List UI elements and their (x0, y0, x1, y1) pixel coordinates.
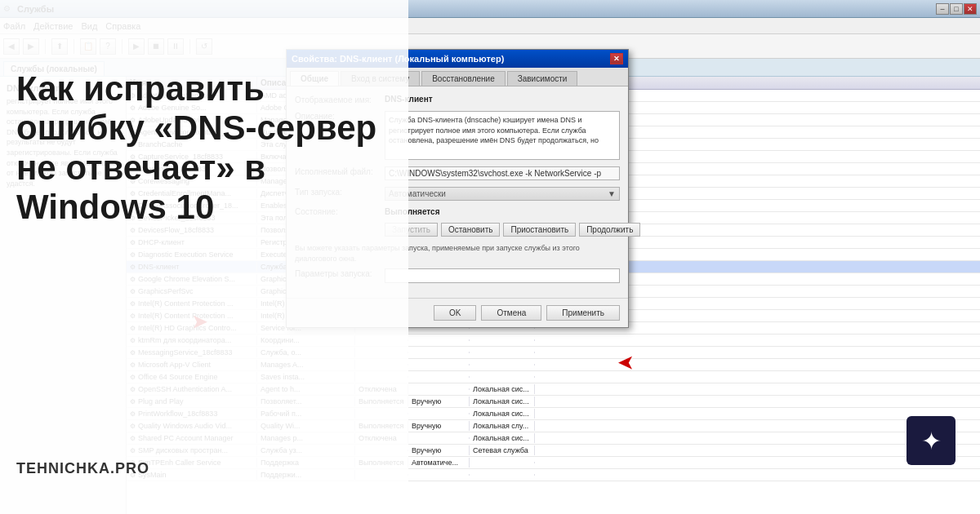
play-button[interactable]: ▶ (128, 38, 145, 55)
params-input[interactable] (385, 268, 620, 283)
star-icon: ✦ (906, 416, 956, 465)
stop-button[interactable]: Остановить (441, 223, 501, 237)
toolbar-separator-1 (45, 39, 46, 54)
apply-button[interactable]: Применить (546, 305, 620, 321)
startup-type-field: Тип запуска: Автоматически ▼ (295, 187, 620, 201)
pause-button[interactable]: Приостановить (503, 223, 576, 237)
params-field: Параметры запуска: (295, 268, 620, 283)
menu-action[interactable]: Действие (33, 21, 73, 31)
window-controls: – □ ✕ (936, 3, 977, 15)
service-status: Выполняется (355, 397, 408, 406)
table-row[interactable]: ⚙SysMainПоддержи... (127, 469, 980, 481)
service-desc: Служба, о... (257, 348, 355, 357)
table-row[interactable]: ⚙SynTPEnh Caller ServiceПоддержкаВыполня… (127, 457, 980, 469)
pause-button[interactable]: ⏸ (167, 38, 184, 55)
menu-view[interactable]: Вид (81, 21, 97, 31)
service-login (470, 462, 535, 463)
back-button[interactable]: ◀ (3, 38, 20, 55)
service-status (355, 376, 408, 378)
service-name: ⚙SynTPEnh Caller Service (127, 458, 257, 467)
status-value: Выполняется (385, 207, 439, 216)
table-row[interactable]: ⚙Plug and PlayПозволяет...ВыполняетсяВру… (127, 396, 980, 408)
table-row[interactable]: ⚙PrintWorkflow_18cf8833Рабочий п...Локал… (127, 408, 980, 420)
service-name: ⚙CaptureService_18cf8833 (127, 152, 257, 162)
service-status (355, 339, 408, 341)
service-desc: Позволяет... (257, 397, 355, 406)
service-login: Локальная сис... (470, 409, 535, 419)
cancel-button[interactable]: Отмена (481, 305, 541, 321)
table-row[interactable]: ⚙ktmRm для координатора...Координи... (127, 335, 980, 347)
table-row[interactable]: ⚙Shared PC Account ManagerManages p...От… (127, 432, 980, 445)
executable-field: Исполняемый файл: C:\WINDOWS\system32\sv… (295, 166, 620, 180)
dialog-tab-dependencies[interactable]: Зависимости (507, 71, 578, 86)
dialog-close-button[interactable]: ✕ (610, 53, 623, 64)
table-row[interactable]: ⚙Quality Windows Audio Vid...Quality Wi.… (127, 420, 980, 432)
service-startup: Вручную (408, 397, 470, 406)
service-name: ⚙DHCP-клиент (127, 237, 257, 247)
service-name: ⚙BranchCache (127, 140, 257, 149)
resume-button[interactable]: Продолжить (579, 223, 640, 237)
service-login: Локальная сис... (470, 433, 535, 443)
service-status: Отключена (355, 433, 408, 443)
service-name: ⚙DevicesFlow_18cf8833 (127, 225, 257, 235)
service-startup: Вручную (408, 421, 470, 431)
table-row[interactable]: ⚙Microsoft App-V ClientManages A... (127, 359, 980, 371)
dialog-tab-recovery[interactable]: Восстановление (421, 71, 506, 86)
status-label: Состояние: (295, 207, 385, 216)
dialog-tab-login[interactable]: Вход в систему (341, 71, 420, 86)
app-icon: ⚙ (3, 4, 11, 13)
refresh-button[interactable]: ↺ (196, 38, 212, 55)
service-name: ⚙Intel(R) Content Protection ... (127, 311, 257, 321)
service-name: ⚙AdaptiveSleepService (127, 91, 257, 100)
service-desc: Координи... (257, 335, 355, 345)
dialog-tab-general[interactable]: Общие (290, 71, 339, 86)
service-name: ⚙Google Chrome Elevation S... (127, 274, 257, 284)
menu-help[interactable]: Справка (105, 21, 140, 31)
service-desc: Agent to h... (257, 384, 355, 394)
menu-file[interactable]: Файл (3, 21, 25, 31)
up-button[interactable]: ⬆ (51, 38, 68, 55)
service-login: Локальная сис... (470, 384, 535, 394)
service-name: ⚙Adobe Genuine So... (127, 103, 257, 113)
properties-dialog: Свойства: DNS-клиент (Локальный компьюте… (286, 49, 629, 328)
startup-type-label: Тип запуска: (295, 187, 385, 197)
table-row[interactable]: ⚙SMP дисковых простран...Служба уз...Вру… (127, 445, 980, 457)
service-desc: Поддержи... (257, 470, 355, 480)
maximize-button[interactable]: □ (950, 3, 963, 15)
service-status (355, 413, 408, 414)
service-desc: Служба уз... (257, 445, 355, 455)
start-button[interactable]: Запустить (385, 223, 438, 237)
toolbar-separator-4 (189, 39, 190, 54)
table-row[interactable]: ⚙Office 64 Source EngineSaves insta... (127, 371, 980, 383)
service-status: Выполняется (355, 458, 408, 467)
service-name: ⚙Quality Windows Audio Vid... (127, 421, 257, 431)
toolbar-separator-2 (74, 39, 74, 54)
table-row[interactable]: ⚙MessagingService_18cf8833Служба, о... (127, 347, 980, 359)
col-header-name: Имя (127, 77, 257, 89)
help-button[interactable]: ? (100, 38, 116, 55)
service-login: Сетевая служба (470, 445, 535, 455)
service-startup: Вручную (408, 445, 470, 455)
service-name: ⚙DNS-клиент (127, 262, 257, 272)
minimize-button[interactable]: – (936, 3, 949, 15)
forward-button[interactable]: ▶ (23, 38, 39, 55)
dialog-title: Свойства: DNS-клиент (Локальный компьюте… (292, 54, 504, 64)
close-button[interactable]: ✕ (964, 3, 977, 15)
service-name: ⚙Plug and Play (127, 397, 257, 406)
display-name-label: Отображаемое имя: (295, 95, 385, 104)
status-row: Состояние: Выполняется (295, 207, 620, 216)
startup-type-select[interactable]: Автоматически ▼ (385, 187, 620, 201)
service-startup (408, 388, 470, 390)
service-name: ⚙Microsoft App-V Client (127, 360, 257, 370)
service-name: ⚙Intel(R) Content Protection ... (127, 299, 257, 308)
table-row[interactable]: ⚙OpenSSH Authentication A...Agent to h..… (127, 383, 980, 396)
tab-local-services[interactable]: Службы (локальные) (3, 61, 105, 76)
properties-button[interactable]: 📋 (80, 38, 96, 55)
service-startup (408, 339, 470, 341)
ok-button[interactable]: OK (434, 305, 476, 321)
service-login (470, 352, 535, 353)
sidebar-title: DNS-клиент (7, 83, 119, 93)
service-login (470, 474, 535, 476)
stop-button[interactable]: ⏹ (148, 38, 164, 55)
service-name: ⚙PrintWorkflow_18cf8833 (127, 409, 257, 419)
